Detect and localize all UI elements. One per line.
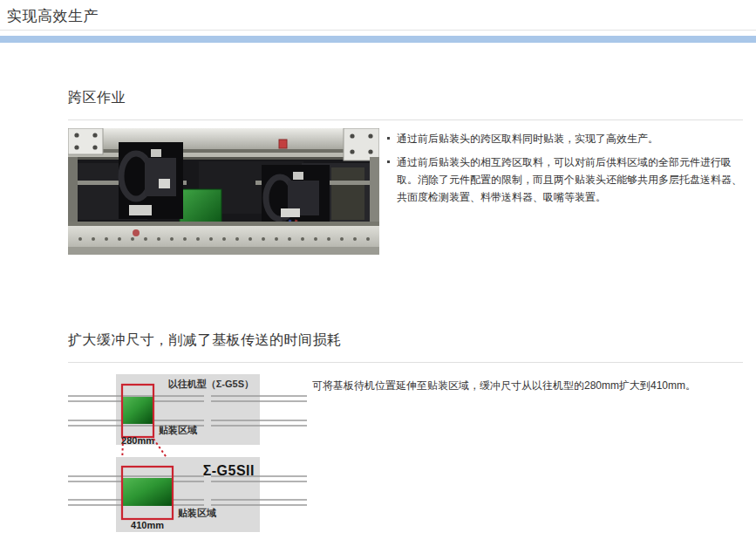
page-header: 实现高效生产 — [0, 0, 756, 43]
new-model-area-label: 贴装区域 — [177, 508, 216, 518]
section-buffer: 扩大缓冲尺寸，削减了基板传送的时间损耗 以往机型（Σ-G5S） — [68, 331, 743, 536]
new-model-dimension: 410mm — [131, 520, 164, 530]
bullet-item: 通过前后贴装头的跨区取料同时贴装，实现了高效生产。 — [386, 130, 743, 147]
accent-bar — [0, 36, 756, 43]
new-model-pcb — [123, 478, 172, 506]
page-title: 实现高效生产 — [0, 0, 756, 30]
machine-interior-photo — [68, 128, 379, 255]
section-cross-area-heading: 跨区作业 — [68, 88, 743, 120]
old-model-pcb — [123, 397, 153, 424]
section-buffer-heading: 扩大缓冲尺寸，削减了基板传送的时间损耗 — [68, 331, 743, 363]
old-model-dimension: 280mm — [121, 435, 154, 446]
buffer-diagram-illustration: 以往机型（Σ-G5S） 贴装区域 280mm Σ-G5 — [68, 371, 310, 536]
section-cross-area: 跨区作业 — [68, 88, 743, 255]
buffer-size-diagram: 以往机型（Σ-G5S） 贴装区域 280mm Σ-G5 — [68, 371, 310, 536]
cross-area-bullet-list: 通过前后贴装头的跨区取料同时贴装，实现了高效生产。 通过前后贴装头的相互跨区取料… — [386, 130, 743, 212]
buffer-description: 可将基板待机位置延伸至贴装区域，缓冲尺寸从以往机型的280mm扩大到410mm。 — [312, 378, 743, 393]
old-model-area-label: 贴装区域 — [158, 425, 197, 435]
old-model-label: 以往机型（Σ-G5S） — [168, 379, 254, 390]
machine-photo-illustration — [68, 128, 379, 255]
bullet-item: 通过前后贴装头的相互跨区取料，可以对前后供料区域的全部元件进行吸取。消除了元件配… — [386, 154, 743, 206]
